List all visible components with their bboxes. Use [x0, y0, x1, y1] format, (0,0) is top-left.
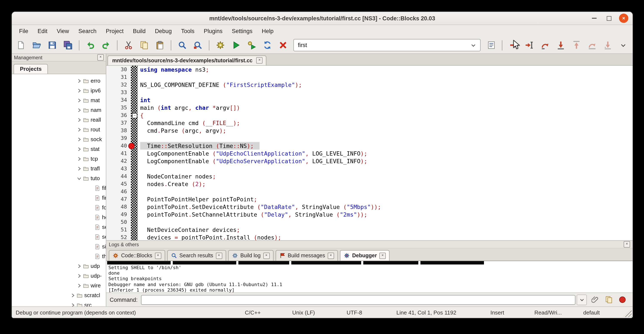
menu-tools[interactable]: Tools [176, 27, 199, 35]
tree-item[interactable]: trafl [12, 164, 106, 173]
chevron-right-icon[interactable] [77, 146, 82, 152]
tree-item[interactable]: he [12, 212, 106, 222]
line-number[interactable]: 36 [106, 112, 131, 119]
line-number[interactable]: 42 [106, 157, 131, 165]
tree-item[interactable]: reall [12, 115, 106, 125]
tree-item[interactable]: wire [12, 281, 106, 290]
menu-settings[interactable]: Settings [227, 27, 257, 35]
tree-item[interactable]: fif [12, 183, 106, 193]
code-line[interactable]: devices = pointToPoint.Install (nodes); [140, 233, 632, 240]
run-to-cursor-button[interactable] [524, 40, 534, 51]
project-tree[interactable]: erroipv6matnamreallroutsockstattcptraflt… [12, 74, 106, 306]
save-button[interactable] [48, 40, 58, 51]
chevron-right-icon[interactable] [77, 127, 82, 132]
close-icon[interactable] [155, 252, 161, 259]
line-number[interactable]: 52 [106, 233, 131, 240]
line-number[interactable]: 47 [106, 195, 131, 203]
step-into-button[interactable] [556, 40, 566, 51]
toolbar-overflow-button[interactable] [618, 40, 628, 51]
close-icon[interactable] [256, 57, 263, 64]
tab-projects[interactable]: Projects [14, 64, 48, 74]
menu-plugins[interactable]: Plugins [199, 27, 227, 35]
editor-tab[interactable]: mnt/dev/tools/source/ns-3-dev/examples/t… [108, 56, 266, 65]
chevron-right-icon[interactable] [77, 117, 82, 122]
line-number[interactable]: 50 [106, 218, 131, 226]
tree-item[interactable]: se [12, 232, 106, 242]
next-instruction-button[interactable] [587, 40, 597, 51]
attach-button[interactable] [590, 294, 600, 305]
tree-item[interactable]: si [12, 242, 106, 251]
chevron-right-icon[interactable] [77, 98, 82, 103]
stop-debugger-button[interactable] [617, 294, 628, 305]
chevron-right-icon[interactable] [77, 78, 82, 83]
line-number[interactable]: 31 [106, 73, 131, 81]
step-out-button[interactable] [572, 40, 582, 51]
line-number[interactable]: 45 [106, 180, 131, 188]
code-line[interactable]: { [140, 112, 632, 119]
replace-button[interactable] [193, 40, 203, 51]
save-all-button[interactable] [63, 40, 73, 51]
chevron-right-icon[interactable] [77, 88, 82, 93]
code-area[interactable]: using namespace ns3;NS_LOG_COMPONENT_DEF… [140, 66, 632, 240]
line-number[interactable]: 41 [106, 150, 131, 157]
tree-item[interactable]: scratcl [12, 290, 106, 300]
code-line[interactable]: NS_LOG_COMPONENT_DEFINE ("FirstScriptExa… [140, 81, 632, 89]
code-line[interactable] [140, 73, 632, 81]
chevron-right-icon[interactable] [77, 166, 82, 171]
code-line[interactable]: cmd.Parse (argc, argv); [140, 127, 632, 134]
logs-tab-search-results[interactable]: Search results [167, 250, 226, 261]
titlebar[interactable]: mnt/dev/tools/source/ns-3-dev/examples/t… [12, 12, 632, 25]
code-line[interactable] [140, 134, 632, 142]
code-line[interactable]: LogComponentEnable ("UdpEchoClientApplic… [140, 150, 632, 157]
menu-project[interactable]: Project [101, 27, 128, 35]
tree-item[interactable]: fir [12, 193, 106, 203]
code-line[interactable]: main (int argc, char *argv[]) [140, 104, 632, 112]
line-number[interactable]: 39 [106, 134, 131, 142]
code-line[interactable]: nodes.Create (2); [140, 180, 632, 188]
new-file-button[interactable] [16, 40, 26, 51]
chevron-right-icon[interactable] [77, 137, 82, 142]
line-number[interactable]: 46 [106, 188, 131, 195]
tree-item[interactable]: src [12, 300, 106, 306]
cut-button[interactable] [124, 40, 134, 51]
tree-item[interactable]: tuto [12, 173, 106, 183]
line-number[interactable]: 51 [106, 226, 131, 233]
code-line[interactable]: NetDeviceContainer devices; [140, 226, 632, 233]
line-number[interactable]: 33 [106, 89, 131, 96]
code-line[interactable] [140, 165, 632, 173]
tree-item[interactable]: udp- [12, 271, 106, 281]
menu-view[interactable]: View [52, 27, 74, 35]
paste-button[interactable] [155, 40, 165, 51]
close-icon[interactable] [328, 252, 334, 259]
chevron-right-icon[interactable] [77, 283, 82, 288]
fold-marker[interactable]: − [132, 113, 137, 118]
code-line[interactable]: pointToPoint.SetDeviceAttribute ("DataRa… [140, 203, 632, 211]
build-button[interactable] [215, 40, 226, 51]
minimize-button[interactable] [590, 14, 599, 23]
tree-item[interactable]: erro [12, 76, 106, 86]
run-button[interactable] [231, 40, 241, 51]
logs-tab-debugger[interactable]: Debugger [340, 250, 390, 261]
code-line[interactable]: CommandLine cmd (__FILE__); [140, 119, 632, 127]
menu-debug[interactable]: Debug [150, 27, 176, 35]
close-icon[interactable] [263, 252, 270, 259]
copy-button[interactable] [139, 40, 149, 51]
build-target-options-button[interactable] [486, 40, 496, 51]
tree-item[interactable]: stat [12, 144, 106, 154]
chevron-right-icon[interactable] [77, 273, 82, 278]
close-icon[interactable] [216, 252, 222, 259]
tree-item[interactable]: nam [12, 105, 106, 115]
tree-item[interactable]: sock [12, 134, 106, 144]
menu-build[interactable]: Build [128, 27, 150, 35]
tree-item[interactable]: fo [12, 203, 106, 212]
tree-item[interactable]: udp [12, 261, 106, 271]
abort-button[interactable] [278, 40, 288, 51]
chevron-right-icon[interactable] [77, 156, 82, 161]
find-button[interactable] [177, 40, 187, 51]
breakpoint-margin[interactable] [131, 66, 138, 240]
code-line[interactable]: PointToPointHelper pointToPoint; [140, 195, 632, 203]
command-history-dropdown[interactable] [577, 294, 587, 305]
tree-item[interactable]: ipv6 [12, 86, 106, 95]
logs-tab-code-blocks[interactable]: Code::Blocks [109, 250, 165, 261]
redo-button[interactable] [101, 40, 111, 51]
